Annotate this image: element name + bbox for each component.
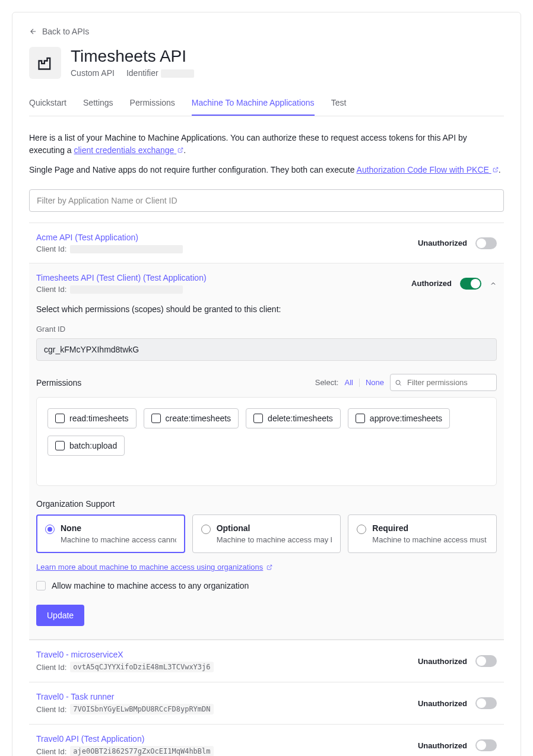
org-option-required[interactable]: Required Machine to machine access must …: [348, 514, 497, 553]
application-row: Travel0 API (Test Application) Client Id…: [29, 724, 504, 756]
external-link-icon: [177, 147, 183, 153]
application-name-link[interactable]: Timesheets API (Test Client) (Test Appli…: [36, 273, 207, 282]
tab-m2m-applications[interactable]: Machine To Machine Applications: [192, 92, 315, 116]
application-name-link[interactable]: Travel0 API (Test Application): [36, 734, 214, 744]
client-id-label: Client Id:: [36, 747, 66, 756]
client-id-value: ovtA5qCJYYXifoDziE48mL3TCVwxY3j6: [70, 662, 213, 672]
org-option-optional[interactable]: Optional Machine to machine access may b…: [192, 514, 341, 553]
radio-icon: [45, 525, 55, 534]
client-id-label: Client Id:: [36, 244, 66, 253]
tab-test[interactable]: Test: [331, 92, 347, 116]
back-link-label: Back to APIs: [42, 27, 89, 36]
api-icon: [29, 47, 61, 79]
intro-text-1: Here is a list of your Machine to Machin…: [29, 132, 504, 157]
back-to-apis-link[interactable]: Back to APIs: [29, 27, 504, 36]
radio-icon: [357, 525, 366, 534]
grant-id-label: Grant ID: [36, 325, 497, 333]
page-title: Timesheets API: [71, 47, 194, 66]
application-row: Travel0 - microserviceX Client Id:ovtA5q…: [29, 640, 504, 682]
permissions-heading: Permissions: [36, 378, 81, 387]
tab-permissions[interactable]: Permissions: [130, 92, 175, 116]
learn-more-link[interactable]: Learn more about machine to machine acce…: [36, 563, 272, 571]
authorization-status: Unauthorized: [418, 699, 467, 708]
application-row: Timesheets API (Test Client) (Test Appli…: [29, 263, 504, 301]
authorize-toggle[interactable]: [460, 278, 481, 290]
client-id-label: Client Id:: [36, 705, 66, 714]
tabs: Quickstart Settings Permissions Machine …: [29, 92, 504, 116]
permission-checkbox[interactable]: batch:upload: [47, 436, 125, 456]
application-name-link[interactable]: Travel0 - microserviceX: [36, 650, 214, 659]
authorize-toggle[interactable]: [475, 739, 497, 751]
application-row: Travel0 - Task runner Client Id:7VOISbnY…: [29, 682, 504, 724]
authorize-toggle[interactable]: [475, 237, 497, 249]
pkce-link[interactable]: Authorization Code Flow with PKCE: [357, 165, 499, 174]
select-none-link[interactable]: None: [366, 378, 384, 387]
tab-quickstart[interactable]: Quickstart: [29, 92, 66, 116]
grant-id-field[interactable]: [36, 338, 497, 361]
page-header: Timesheets API Custom API Identifier: [29, 47, 504, 79]
client-id-redacted: [70, 285, 183, 294]
external-link-icon: [266, 564, 272, 570]
api-type-label: Custom API: [71, 68, 115, 78]
arrow-left-icon: [29, 27, 37, 36]
allow-any-org-label: Allow machine to machine access to any o…: [52, 581, 249, 590]
radio-icon: [201, 525, 211, 534]
application-name-link[interactable]: Travel0 - Task runner: [36, 692, 214, 701]
authorize-toggle[interactable]: [475, 655, 497, 667]
application-name-link[interactable]: Acme API (Test Application): [36, 233, 183, 242]
allow-any-org-checkbox[interactable]: [36, 581, 46, 590]
select-all-link[interactable]: All: [344, 378, 353, 387]
filter-applications-input[interactable]: [29, 189, 504, 212]
client-id-value: 7VOISbnYGyELwBMpDU8RCcFD8ypRYmDN: [70, 704, 213, 714]
select-label: Select:: [315, 378, 339, 387]
org-option-none[interactable]: None Machine to machine access cannot be: [36, 514, 185, 553]
scopes-description: Select which permissions (scopes) should…: [36, 304, 497, 314]
permission-checkbox[interactable]: create:timesheets: [144, 408, 239, 428]
permissions-list: read:timesheets create:timesheets delete…: [36, 397, 497, 486]
permission-checkbox[interactable]: approve:timesheets: [348, 408, 450, 428]
search-icon: [395, 379, 402, 386]
filter-permissions-input[interactable]: [390, 374, 497, 391]
intro-text-2: Single Page and Native apps do not requi…: [29, 164, 504, 176]
client-id-value: aje0OBT2i862S77gZxOcEI1MqW4hbBlm: [70, 746, 213, 756]
external-link-icon: [493, 167, 499, 173]
client-id-label: Client Id:: [36, 663, 66, 672]
application-row: Acme API (Test Application) Client Id: U…: [29, 223, 504, 263]
org-support-heading: Organization Support: [36, 499, 497, 509]
update-button[interactable]: Update: [36, 605, 84, 626]
client-credentials-link[interactable]: client credentials exchange: [74, 145, 184, 155]
authorization-status: Unauthorized: [418, 741, 467, 750]
authorization-status: Authorized: [411, 279, 452, 288]
client-id-redacted: [70, 245, 183, 253]
permission-checkbox[interactable]: delete:timesheets: [246, 408, 341, 428]
tab-settings[interactable]: Settings: [83, 92, 113, 116]
svg-point-0: [396, 380, 400, 385]
permission-checkbox[interactable]: read:timesheets: [47, 408, 137, 428]
authorization-status: Unauthorized: [418, 657, 467, 666]
authorization-status: Unauthorized: [418, 239, 467, 247]
application-expanded-panel: Select which permissions (scopes) should…: [29, 301, 504, 640]
chevron-up-icon[interactable]: [490, 280, 497, 287]
authorize-toggle[interactable]: [475, 697, 497, 709]
identifier-redacted: [161, 69, 194, 78]
client-id-label: Client Id:: [36, 285, 66, 294]
identifier-label: Identifier: [126, 68, 194, 78]
